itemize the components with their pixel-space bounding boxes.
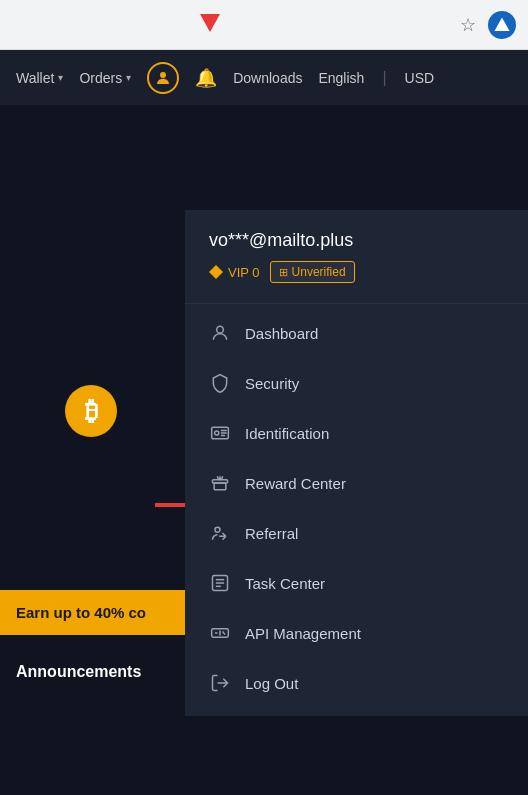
user-email: vo***@mailto.plus [209,230,504,251]
user-badges: VIP 0 ⊞ Unverified [209,261,504,283]
downloads-nav[interactable]: Downloads [233,70,302,86]
dashboard-icon [209,322,231,344]
user-icon-button[interactable] [147,62,179,94]
wallet-label: Wallet [16,70,54,86]
svg-point-10 [215,527,220,532]
bookmark-icon[interactable]: ☆ [460,14,476,36]
security-label: Security [245,375,299,392]
menu-item-referral[interactable]: Referral [185,508,528,558]
english-nav[interactable]: English [318,70,364,86]
task-label: Task Center [245,575,325,592]
svg-marker-0 [495,17,510,31]
api-icon [209,622,231,644]
downloads-label: Downloads [233,70,302,86]
orders-label: Orders [79,70,122,86]
announcements-label: Announcements [16,663,141,680]
security-icon [209,372,231,394]
referral-label: Referral [245,525,298,542]
browser-toolbar: ☆ [0,0,528,50]
menu-item-identification[interactable]: Identification [185,408,528,458]
unverified-badge[interactable]: ⊞ Unverified [270,261,355,283]
english-label: English [318,70,364,86]
bell-icon: 🔔 [195,67,217,89]
logout-label: Log Out [245,675,298,692]
top-arrow-indicator [200,14,220,32]
logout-icon [209,672,231,694]
unverified-label: Unverified [292,265,346,279]
task-icon [209,572,231,594]
browser-logo [488,11,516,39]
usd-nav[interactable]: USD [405,70,435,86]
svg-line-18 [223,631,226,634]
orders-nav[interactable]: Orders ▾ [79,70,131,86]
svg-point-1 [160,72,166,78]
dashboard-label: Dashboard [245,325,318,342]
wallet-nav[interactable]: Wallet ▾ [16,70,63,86]
api-label: API Management [245,625,361,642]
app-header: Wallet ▾ Orders ▾ 🔔 Downloads English | … [0,50,528,105]
bitcoin-icon: ₿ [65,385,117,437]
menu-item-api[interactable]: API Management [185,608,528,658]
menu-item-security[interactable]: Security [185,358,528,408]
menu-item-task[interactable]: Task Center [185,558,528,608]
svg-point-2 [217,326,224,333]
reward-icon [209,472,231,494]
vip-badge: VIP 0 [209,265,260,280]
orders-arrow-icon: ▾ [126,72,131,83]
menu-item-dashboard[interactable]: Dashboard [185,308,528,358]
earn-text: Earn up to 40% co [16,604,146,621]
vip-label: VIP 0 [228,265,260,280]
identification-icon [209,422,231,444]
reward-label: Reward Center [245,475,346,492]
diamond-icon [209,265,223,279]
referral-icon [209,522,231,544]
menu-item-logout[interactable]: Log Out [185,658,528,708]
user-dropdown-menu: vo***@mailto.plus VIP 0 ⊞ Unverified [185,210,528,716]
user-info-section: vo***@mailto.plus VIP 0 ⊞ Unverified [185,210,528,299]
nav-divider: | [382,69,386,87]
id-icon: ⊞ [279,266,288,279]
bell-nav[interactable]: 🔔 [195,67,217,89]
svg-point-4 [215,431,219,435]
menu-item-reward[interactable]: Reward Center [185,458,528,508]
menu-divider-top [185,303,528,304]
usd-label: USD [405,70,435,86]
svg-rect-9 [214,483,226,490]
identification-label: Identification [245,425,329,442]
wallet-arrow-icon: ▾ [58,72,63,83]
